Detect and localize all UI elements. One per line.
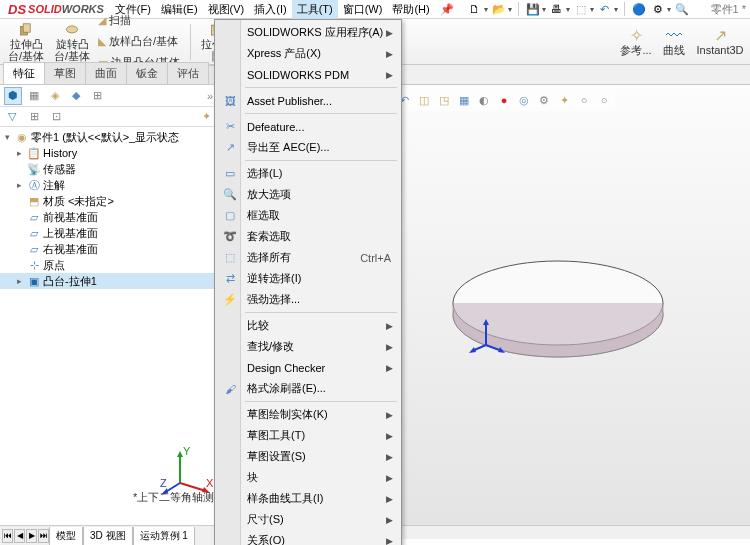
swept-boss-button[interactable]: ◢参考...扫描 xyxy=(96,11,186,31)
svg-marker-12 xyxy=(483,319,489,325)
menu-item[interactable]: 草图绘制实体(K)▶ xyxy=(217,404,399,425)
menu-window[interactable]: 窗口(W) xyxy=(338,0,388,19)
appearance-icon[interactable]: ● xyxy=(495,91,513,109)
scroll-last-icon[interactable]: ⏭ xyxy=(38,529,49,543)
filter-star-icon[interactable]: ✦ xyxy=(202,110,211,123)
bottom-tab-motion[interactable]: 运动算例 1 xyxy=(133,527,195,545)
print-icon[interactable]: 🖶 xyxy=(549,1,565,17)
menu-pin-icon[interactable]: 📌 xyxy=(435,1,459,18)
menu-item[interactable]: ▭选择(L) xyxy=(217,163,399,184)
fm-tree-icon[interactable]: ⬢ xyxy=(4,87,22,105)
fm-display-icon[interactable]: ⊞ xyxy=(88,87,106,105)
fm-dimxpert-icon[interactable]: ◆ xyxy=(67,87,85,105)
ref-geometry-button[interactable]: ✧参考... xyxy=(618,21,654,63)
menu-item[interactable]: 🖼Asset Publisher... xyxy=(217,90,399,111)
menu-item[interactable]: 比较▶ xyxy=(217,315,399,336)
scroll-prev-icon[interactable]: ◀ xyxy=(14,529,25,543)
tab-features[interactable]: 特征 xyxy=(3,62,45,84)
menu-item[interactable]: ↗导出至 AEC(E)... xyxy=(217,137,399,158)
tab-sketch[interactable]: 草图 xyxy=(44,62,86,84)
tree-node[interactable]: ⬒材质 <未指定> xyxy=(0,193,217,209)
menu-item[interactable]: 草图工具(T)▶ xyxy=(217,425,399,446)
menu-item[interactable]: 草图设置(S)▶ xyxy=(217,446,399,467)
bottom-tab-3dview[interactable]: 3D 视图 xyxy=(83,527,133,545)
new-doc-icon[interactable]: 🗋 xyxy=(467,1,483,17)
render-icon[interactable]: ✦ xyxy=(555,91,573,109)
menu-tools[interactable]: 工具(T) xyxy=(292,0,338,19)
tree-node[interactable]: ▸Ⓐ注解 xyxy=(0,177,217,193)
tree-node[interactable]: ▸▣凸台-拉伸1 xyxy=(0,273,217,289)
view-orient-icon[interactable]: ◳ xyxy=(435,91,453,109)
section-view-icon[interactable]: ◫ xyxy=(415,91,433,109)
menu-item[interactable]: Design Checker▶ xyxy=(217,357,399,378)
filter-icon[interactable]: ▽ xyxy=(2,109,22,125)
menu-item[interactable]: ✂Defeature... xyxy=(217,116,399,137)
tree-node[interactable]: ▱右视基准面 xyxy=(0,241,217,257)
part-icon: ◉ xyxy=(15,130,29,144)
undo-icon[interactable]: ↶ xyxy=(597,1,613,17)
filter2-icon[interactable]: ⊞ xyxy=(24,109,44,125)
bottom-tab-model[interactable]: 模型 xyxy=(49,527,83,545)
scroll-next-icon[interactable]: ▶ xyxy=(26,529,37,543)
display-style-icon[interactable]: ▦ xyxy=(455,91,473,109)
aec-icon: ↗ xyxy=(222,140,238,156)
scroll-first-icon[interactable]: ⏮ xyxy=(2,529,13,543)
svg-marker-14 xyxy=(498,347,505,353)
menu-view[interactable]: 视图(V) xyxy=(203,0,250,19)
bottom-tabs: ⏮ ◀ ▶ ⏭ 模型 3D 视图 运动算例 1 xyxy=(0,525,218,545)
menu-item[interactable]: Xpress 产品(X)▶ xyxy=(217,43,399,64)
rebuild-icon[interactable]: 🔵 xyxy=(631,1,647,17)
menu-item[interactable]: ➰套索选取 xyxy=(217,226,399,247)
tree-node[interactable]: ▸📋History xyxy=(0,145,217,161)
hide-show-icon[interactable]: ◐ xyxy=(475,91,493,109)
fm-property-icon[interactable]: ▦ xyxy=(25,87,43,105)
curves-button[interactable]: 〰曲线 xyxy=(658,21,690,63)
sel-all-icon: ⬚ xyxy=(222,250,238,266)
annot-icon: Ⓐ xyxy=(27,178,41,192)
menu-item[interactable]: 块▶ xyxy=(217,467,399,488)
tree-node[interactable]: ⊹原点 xyxy=(0,257,217,273)
menu-item[interactable]: ▢框选取 xyxy=(217,205,399,226)
tree-root[interactable]: ▾ ◉ 零件1 (默认<<默认>_显示状态 xyxy=(0,129,217,145)
view-settings-icon[interactable]: ⚙ xyxy=(535,91,553,109)
material-icon: ⬒ xyxy=(27,194,41,208)
menu-item[interactable]: SOLIDWORKS 应用程序(A)▶ xyxy=(217,22,399,43)
tab-sheetmetal[interactable]: 钣金 xyxy=(126,62,168,84)
menu-item[interactable]: 尺寸(S)▶ xyxy=(217,509,399,530)
scene-icon[interactable]: ◎ xyxy=(515,91,533,109)
menu-item[interactable]: 🔍放大选项 xyxy=(217,184,399,205)
menu-item[interactable]: ⚡强劲选择... xyxy=(217,289,399,310)
menu-item[interactable]: 🖌格式涂刷器(E)... xyxy=(217,378,399,399)
tree-node[interactable]: ▱前视基准面 xyxy=(0,209,217,225)
tab-surface[interactable]: 曲面 xyxy=(85,62,127,84)
menu-help[interactable]: 帮助(H) xyxy=(387,0,434,19)
menu-item[interactable]: 样条曲线工具(I)▶ xyxy=(217,488,399,509)
menu-item[interactable]: SOLIDWORKS PDM▶ xyxy=(217,64,399,85)
menu-item[interactable]: ⬚选择所有Ctrl+A xyxy=(217,247,399,268)
discs-icon[interactable]: ○ xyxy=(575,91,593,109)
select-icon[interactable]: ⬚ xyxy=(573,1,589,17)
app-logo: DS SOLIDWORKS xyxy=(2,2,110,17)
tab-evaluate[interactable]: 评估 xyxy=(167,62,209,84)
filter3-icon[interactable]: ⊡ xyxy=(46,109,66,125)
search-icon[interactable]: 🔍 xyxy=(674,1,690,17)
fm-expand-icon[interactable]: » xyxy=(207,90,213,102)
open-icon[interactable]: 📂 xyxy=(491,1,507,17)
save-icon[interactable]: 💾 xyxy=(525,1,541,17)
instant3d-button[interactable]: ↗Instant3D xyxy=(694,21,746,63)
svg-point-2 xyxy=(66,25,77,32)
discs2-icon[interactable]: ○ xyxy=(595,91,613,109)
revolve-boss-button[interactable]: 旋转凸 台/基体 xyxy=(50,21,94,63)
loft-boss-button[interactable]: ◣放样凸台/基体 xyxy=(96,32,186,52)
tree-node[interactable]: 📡传感器 xyxy=(0,161,217,177)
menu-item[interactable]: 查找/修改▶ xyxy=(217,336,399,357)
menu-item[interactable]: ⇄逆转选择(I) xyxy=(217,268,399,289)
options-icon[interactable]: ⚙ xyxy=(650,1,666,17)
svg-text:X: X xyxy=(206,477,214,489)
menu-insert[interactable]: 插入(I) xyxy=(249,0,291,19)
tree-node[interactable]: ▱上视基准面 xyxy=(0,225,217,241)
plane-icon: ▱ xyxy=(27,226,41,240)
extrude-boss-button[interactable]: 拉伸凸 台/基体 xyxy=(4,21,48,63)
fm-config-icon[interactable]: ◈ xyxy=(46,87,64,105)
menu-item[interactable]: 关系(O)▶ xyxy=(217,530,399,545)
